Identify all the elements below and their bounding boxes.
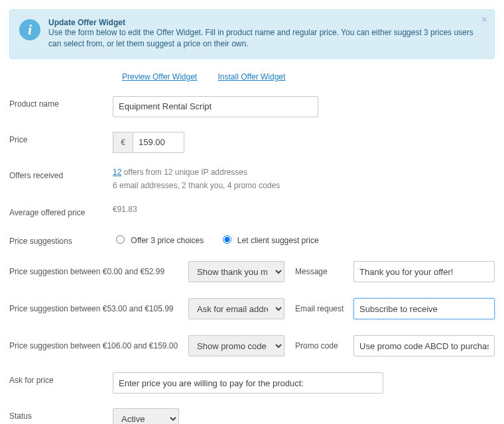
suggestion-field-label-1: Email request: [295, 304, 353, 313]
status-label: Status: [9, 408, 113, 422]
suggestion-field-input-0[interactable]: [353, 261, 495, 282]
radio-offer-choices-label: Offer 3 price choices: [131, 236, 204, 245]
radio-offer-choices[interactable]: [116, 235, 125, 244]
info-icon: i: [19, 19, 40, 40]
infobox-title: Update Offer Widget: [48, 18, 474, 27]
ask-for-price-input[interactable]: [113, 372, 383, 394]
close-icon[interactable]: ×: [481, 14, 487, 26]
average-price-label: Average offered price: [9, 205, 113, 219]
radio-client-suggest-wrapper[interactable]: Let client suggest price: [220, 236, 319, 245]
average-price-value: €91.83: [113, 205, 495, 214]
link-row: Preview Offer Widget Install Offer Widge…: [122, 72, 495, 81]
currency-prefix: €: [113, 132, 133, 153]
install-offer-link[interactable]: Install Offer Widget: [218, 72, 286, 81]
infobox-description: Use the form below to edit the Offer Wid…: [48, 27, 474, 50]
suggestion-range-0: Price suggestion between €0.00 and €52.9…: [9, 266, 188, 278]
offers-line2: 6 email addresses, 2 thank you, 4 promo …: [113, 181, 495, 190]
preview-offer-link[interactable]: Preview Offer Widget: [122, 72, 197, 81]
price-suggestions-label: Price suggestions: [9, 233, 113, 247]
suggestion-range-1: Price suggestion between €53.00 and €105…: [9, 303, 188, 315]
product-name-label: Product name: [9, 96, 113, 110]
suggestion-field-input-1[interactable]: [353, 298, 495, 319]
offers-received-label: Offers received: [9, 168, 113, 182]
suggestion-field-label-2: Promo code: [295, 341, 353, 350]
suggestion-field-label-0: Message: [295, 267, 353, 276]
radio-offer-choices-wrapper[interactable]: Offer 3 price choices: [113, 236, 206, 245]
ask-for-price-label: Ask for price: [9, 372, 113, 386]
suggestion-action-select-0[interactable]: Show thank you message: [188, 261, 284, 282]
price-input[interactable]: [133, 132, 184, 153]
offers-line1-remainder: offers from 12 unique IP addresses: [121, 168, 247, 177]
suggestion-field-input-2[interactable]: [353, 335, 495, 356]
radio-client-suggest[interactable]: [223, 235, 231, 244]
suggestion-action-select-1[interactable]: Ask for email address: [188, 298, 284, 319]
offer-form: Product name Price € Offers received 12 …: [9, 96, 495, 424]
product-name-input[interactable]: [113, 96, 318, 117]
suggestion-range-2: Price suggestion between €106.00 and €15…: [9, 341, 188, 352]
status-select[interactable]: Active: [113, 408, 179, 424]
price-label: Price: [9, 132, 113, 146]
suggestion-action-select-2[interactable]: Show promo code: [188, 335, 284, 356]
radio-client-suggest-label: Let client suggest price: [237, 236, 319, 245]
offers-count-link[interactable]: 12: [113, 168, 121, 177]
info-box: × i Update Offer Widget Use the form bel…: [9, 9, 495, 59]
